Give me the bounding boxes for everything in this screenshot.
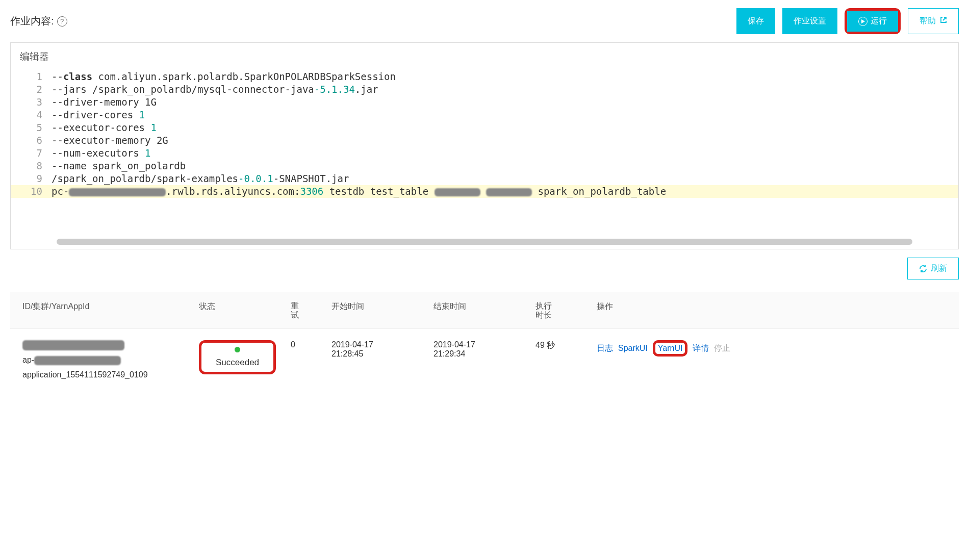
th-end: 结束时间: [434, 301, 536, 319]
table-header: ID/集群/YarnAppId 状态 重试 开始时间 结束时间 执行时长 操作: [10, 292, 959, 329]
status-highlight: Succeeded: [199, 340, 276, 374]
code-line: pc-.rwlb.rds.aliyuncs.com:3306 testdb te…: [52, 185, 958, 198]
code-line: /spark_on_polardb/spark-examples-0.0.1-S…: [52, 172, 958, 185]
app-id: application_1554111592749_0109: [22, 370, 199, 379]
line-number: 1: [11, 70, 52, 83]
th-status: 状态: [199, 301, 291, 319]
code-line: --jars /spark_on_polardb/mysql-connector…: [52, 83, 958, 96]
run-button[interactable]: 运行: [847, 11, 898, 32]
toolbar: 保存 作业设置 运行 帮助: [736, 8, 959, 34]
status-dot-icon: [235, 347, 240, 352]
page-header: 作业内容: ? 保存 作业设置 运行 帮助: [10, 8, 959, 34]
log-link[interactable]: 日志: [597, 343, 613, 354]
sparkui-link[interactable]: SparkUI: [618, 344, 648, 353]
question-icon[interactable]: ?: [57, 16, 67, 27]
line-number: 10: [11, 185, 52, 198]
code-line: --name spark_on_polardb: [52, 160, 958, 172]
line-number: 7: [11, 147, 52, 160]
code-editor[interactable]: 1--class com.aliyun.spark.polardb.SparkO…: [11, 70, 958, 245]
save-button[interactable]: 保存: [736, 8, 775, 34]
editor-panel: 编辑器 1--class com.aliyun.spark.polardb.Sp…: [10, 42, 959, 249]
line-number: 2: [11, 83, 52, 96]
line-number: 5: [11, 121, 52, 134]
horizontal-scrollbar[interactable]: [57, 239, 912, 245]
code-line: --executor-cores 1: [52, 121, 958, 134]
page-title: 作业内容:: [10, 14, 54, 28]
redacted-text: [69, 188, 166, 196]
code-line: --class com.aliyun.spark.polardb.SparkOn…: [52, 70, 958, 83]
redacted-text: [486, 188, 532, 196]
cell-ops: 日志 SparkUI YarnUI 详情 停止: [597, 340, 959, 379]
code-line: --driver-memory 1G: [52, 96, 958, 109]
table-row: ap- application_1554111592749_0109 Succe…: [10, 329, 959, 391]
line-number: 6: [11, 134, 52, 147]
line-number: 9: [11, 172, 52, 185]
line-number: 4: [11, 109, 52, 121]
editor-title: 编辑器: [11, 43, 958, 70]
cell-duration: 49 秒: [536, 340, 597, 379]
refresh-icon: [919, 265, 927, 273]
redacted-text: [435, 188, 480, 196]
th-ops: 操作: [597, 301, 959, 319]
code-line: --num-executors 1: [52, 147, 958, 160]
refresh-label: 刷新: [931, 263, 947, 274]
code-line: --executor-memory 2G: [52, 134, 958, 147]
run-label: 运行: [871, 16, 887, 27]
refresh-button[interactable]: 刷新: [907, 258, 959, 279]
cell-id: ap- application_1554111592749_0109: [10, 340, 199, 379]
redacted-text: [34, 356, 121, 365]
yarnui-highlight: YarnUI: [653, 340, 688, 357]
cell-end: 2019-04-1721:29:34: [434, 340, 536, 379]
th-id: ID/集群/YarnAppId: [10, 301, 199, 319]
external-link-icon: [940, 16, 947, 26]
th-start: 开始时间: [332, 301, 434, 319]
help-label: 帮助: [920, 16, 936, 25]
play-icon: [858, 17, 868, 26]
status-text: Succeeded: [216, 358, 259, 367]
cell-status: Succeeded: [199, 340, 291, 379]
runs-table: ID/集群/YarnAppId 状态 重试 开始时间 结束时间 执行时长 操作 …: [10, 292, 959, 391]
th-retry: 重试: [291, 301, 332, 319]
help-button[interactable]: 帮助: [908, 8, 959, 34]
settings-button[interactable]: 作业设置: [782, 8, 837, 34]
code-line: --driver-cores 1: [52, 109, 958, 121]
stop-link: 停止: [714, 343, 730, 354]
line-number: 8: [11, 160, 52, 172]
line-number: 3: [11, 96, 52, 109]
redacted-text: [22, 340, 124, 350]
run-highlight: 运行: [845, 8, 901, 34]
cell-start: 2019-04-1721:28:45: [332, 340, 434, 379]
th-duration: 执行时长: [536, 301, 597, 319]
yarnui-link[interactable]: YarnUI: [658, 344, 683, 352]
detail-link[interactable]: 详情: [693, 343, 709, 354]
cell-retry: 0: [291, 340, 332, 379]
svg-marker-0: [861, 19, 865, 23]
